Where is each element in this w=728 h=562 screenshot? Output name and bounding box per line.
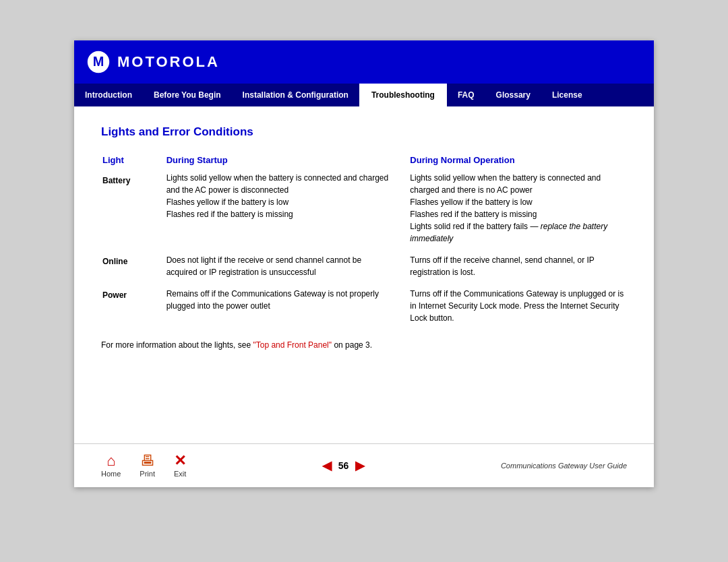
power-startup-1: Remains off if the Communications Gatewa… [166, 289, 379, 311]
home-label: Home [101, 470, 121, 478]
online-label: Online [102, 254, 165, 278]
battery-normal-4-italic: replace the battery immediately [410, 222, 607, 243]
col-startup-header: During Startup [166, 155, 396, 170]
battery-startup-3: Flashes red if the battery is missing [166, 210, 293, 219]
online-normal: Turns off if the receive channel, send c… [396, 254, 626, 278]
power-normal: Turns off if the Communications Gateway … [396, 288, 626, 324]
footer-icons: ⌂ Home 🖶 Print ✕ Exit [101, 454, 186, 478]
exit-button[interactable]: ✕ Exit [174, 454, 186, 478]
more-info-suffix: on page 3. [332, 340, 372, 350]
header-logo-bar: M MOTOROLA [74, 40, 654, 84]
home-icon: ⌂ [107, 454, 115, 468]
online-startup-1: Does not light if the receive or send ch… [166, 255, 362, 277]
navigation-bar: Introduction Before You Begin Installati… [74, 84, 654, 106]
motorola-logo: M MOTOROLA [86, 50, 220, 74]
table-row-power: Power Remains off if the Communications … [102, 288, 626, 324]
footer-copyright: Communications Gateway User Guide [501, 462, 627, 470]
nav-item-before-you-begin[interactable]: Before You Begin [143, 84, 232, 106]
table-row-battery: Battery Lights solid yellow when the bat… [102, 172, 626, 245]
spacer-row-1 [102, 246, 626, 253]
nav-item-installation-configuration[interactable]: Installation & Configuration [232, 84, 359, 106]
power-startup: Remains off if the Communications Gatewa… [166, 288, 396, 324]
nav-item-troubleshooting[interactable]: Troubleshooting [359, 84, 447, 106]
main-content: Lights and Error Conditions Light During… [74, 106, 654, 443]
page-title: Lights and Error Conditions [101, 125, 627, 139]
battery-normal-3: Flashes red if the battery is missing [410, 210, 537, 219]
next-page-arrow[interactable]: ▶ [355, 458, 365, 473]
col-normal-header: During Normal Operation [396, 155, 626, 170]
spacer-row-2 [102, 280, 626, 286]
print-button[interactable]: 🖶 Print [140, 454, 155, 478]
power-normal-1: Turns off if the Communications Gateway … [410, 289, 624, 323]
battery-normal-4: Lights solid red if the battery fails — … [410, 222, 607, 243]
nav-item-faq[interactable]: FAQ [447, 84, 485, 106]
battery-startup-1: Lights solid yellow when the battery is … [166, 173, 389, 195]
col-light-header: Light [102, 155, 165, 170]
page-container: M MOTOROLA Introduction Before You Begin… [74, 40, 654, 487]
exit-icon: ✕ [174, 454, 186, 468]
nav-item-license[interactable]: License [541, 84, 593, 106]
nav-item-introduction[interactable]: Introduction [74, 84, 143, 106]
svg-text:M: M [93, 54, 104, 69]
battery-startup: Lights solid yellow when the battery is … [166, 172, 396, 245]
nav-item-glossary[interactable]: Glossary [485, 84, 541, 106]
print-icon: 🖶 [140, 454, 155, 468]
online-normal-1: Turns off if the receive channel, send c… [410, 255, 594, 277]
print-label: Print [140, 470, 155, 478]
battery-startup-2: Flashes yellow if the battery is low [166, 197, 289, 207]
more-info-prefix: For more information about the lights, s… [101, 340, 253, 350]
prev-page-arrow[interactable]: ◀ [322, 458, 332, 473]
exit-label: Exit [174, 470, 186, 478]
top-and-front-panel-link[interactable]: "Top and Front Panel" [253, 340, 332, 350]
more-info-section: For more information about the lights, s… [101, 340, 627, 350]
battery-normal: Lights solid yellow when the battery is … [396, 172, 626, 245]
power-label: Power [102, 288, 165, 324]
page-number: 56 [338, 460, 349, 471]
footer: ⌂ Home 🖶 Print ✕ Exit ◀ 56 ▶ Communicati… [74, 443, 654, 487]
online-startup: Does not light if the receive or send ch… [166, 254, 396, 278]
motorola-m-icon: M [86, 50, 111, 74]
battery-normal-2: Flashes yellow if the battery is low [410, 197, 532, 207]
brand-name: MOTOROLA [117, 53, 220, 71]
battery-normal-1: Lights solid yellow when the battery is … [410, 173, 601, 195]
table-row-online: Online Does not light if the receive or … [102, 254, 626, 278]
page-navigation: ◀ 56 ▶ [322, 458, 365, 473]
battery-label: Battery [102, 172, 165, 245]
lights-table: Light During Startup During Normal Opera… [101, 154, 627, 325]
home-button[interactable]: ⌂ Home [101, 454, 121, 478]
